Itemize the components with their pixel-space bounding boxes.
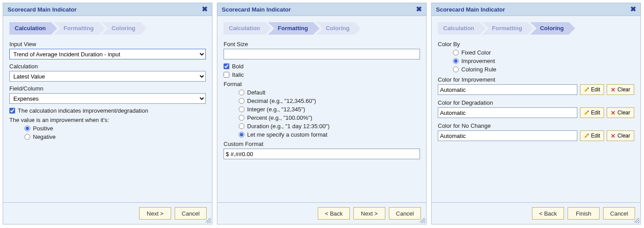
back-button[interactable]: < Back bbox=[532, 207, 564, 220]
wizard-steps: Calculation Formatting Coloring bbox=[9, 22, 206, 35]
label-improvement-when: The value is an improvement when it's: bbox=[9, 117, 206, 123]
step-formatting[interactable]: Formatting bbox=[482, 22, 528, 35]
clear-label: Clear bbox=[617, 86, 630, 93]
field-column-select[interactable]: Expenses bbox=[9, 93, 206, 104]
radio-format-percent[interactable] bbox=[239, 115, 244, 121]
radio-format-duration[interactable] bbox=[239, 123, 244, 129]
panel-header: Scorecard Main Indicator ✖ bbox=[432, 3, 640, 16]
edit-label: Edit bbox=[591, 86, 600, 93]
wizard-steps: Calculation Formatting Coloring bbox=[224, 22, 420, 35]
wizard-steps: Calculation Formatting Coloring bbox=[438, 22, 634, 35]
panel-footer: < Back Finish Cancel bbox=[432, 202, 640, 224]
panel-content: Calculation Formatting Coloring Input Vi… bbox=[3, 16, 212, 202]
radio-format-default[interactable] bbox=[239, 90, 244, 95]
cancel-button[interactable]: Cancel bbox=[389, 207, 421, 220]
label-font-size: Font Size bbox=[224, 41, 420, 47]
step-coloring[interactable]: Coloring bbox=[102, 22, 140, 35]
radio-format-integer[interactable] bbox=[239, 106, 244, 112]
resize-grip[interactable] bbox=[206, 218, 211, 223]
panel-title: Scorecard Main Indicator bbox=[8, 6, 76, 13]
panel-footer: < Back Next > Cancel bbox=[217, 202, 426, 224]
step-coloring[interactable]: Coloring bbox=[530, 22, 569, 35]
close-icon[interactable]: ✖ bbox=[630, 6, 636, 13]
label-input-view: Input View bbox=[9, 41, 206, 47]
panel-title: Scorecard Main Indicator bbox=[436, 6, 505, 13]
label-format: Format bbox=[224, 81, 420, 87]
custom-format-input[interactable] bbox=[224, 149, 420, 159]
panel-coloring: Scorecard Main Indicator ✖ Calculation F… bbox=[431, 3, 641, 224]
radio-fixed-color[interactable] bbox=[453, 50, 459, 55]
italic-checkbox[interactable] bbox=[224, 72, 229, 78]
panel-title: Scorecard Main Indicator bbox=[222, 6, 291, 13]
indicates-checkbox[interactable] bbox=[9, 108, 15, 114]
label-format-percent: Percent (e.g., "100.00%") bbox=[247, 114, 312, 121]
label-negative: Negative bbox=[33, 134, 56, 140]
finish-button[interactable]: Finish bbox=[568, 207, 600, 220]
label-custom-format: Custom Format bbox=[224, 141, 420, 147]
step-formatting[interactable]: Formatting bbox=[268, 22, 313, 35]
panel-header: Scorecard Main Indicator ✖ bbox=[3, 3, 212, 16]
label-color-improve: Color for Improvement bbox=[438, 76, 634, 83]
label-fixed-color: Fixed Color bbox=[461, 49, 491, 56]
label-format-default: Default bbox=[247, 89, 265, 96]
clear-color-degrade-button[interactable]: ✕ Clear bbox=[607, 107, 634, 118]
clear-color-improve-button[interactable]: ✕ Clear bbox=[607, 84, 634, 95]
label-format-integer: Integer (e.g., "12,345") bbox=[247, 106, 305, 113]
close-icon[interactable]: ✖ bbox=[416, 6, 422, 13]
step-calculation[interactable]: Calculation bbox=[224, 22, 265, 35]
panel-formatting: Scorecard Main Indicator ✖ Calculation F… bbox=[217, 3, 427, 224]
radio-negative[interactable] bbox=[24, 134, 30, 140]
next-button[interactable]: Next > bbox=[139, 207, 171, 220]
radio-positive[interactable] bbox=[24, 126, 30, 131]
cancel-button[interactable]: Cancel bbox=[175, 207, 207, 220]
input-view-select[interactable]: Trend of Average Incident Duration - inp… bbox=[9, 49, 206, 59]
resize-grip[interactable] bbox=[634, 218, 640, 223]
panel-content: Calculation Formatting Coloring Color By… bbox=[432, 16, 640, 202]
radio-improvement[interactable] bbox=[453, 58, 459, 64]
x-icon: ✕ bbox=[611, 110, 616, 116]
cancel-button[interactable]: Cancel bbox=[603, 207, 635, 220]
panel-footer: Next > Cancel bbox=[3, 202, 212, 224]
label-coloring-rule: Coloring Rule bbox=[461, 66, 496, 73]
back-button[interactable]: < Back bbox=[318, 207, 350, 220]
step-formatting[interactable]: Formatting bbox=[54, 22, 99, 35]
pencil-icon bbox=[584, 133, 589, 138]
clear-label: Clear bbox=[617, 133, 630, 139]
panel-content: Calculation Formatting Coloring Font Siz… bbox=[217, 16, 426, 202]
edit-color-nochange-button[interactable]: Edit bbox=[580, 130, 604, 141]
edit-label: Edit bbox=[591, 133, 600, 139]
edit-color-degrade-button[interactable]: Edit bbox=[580, 107, 604, 118]
step-coloring[interactable]: Coloring bbox=[316, 22, 355, 35]
next-button[interactable]: Next > bbox=[353, 207, 385, 220]
radio-format-decimal[interactable] bbox=[239, 98, 244, 104]
radio-format-custom[interactable] bbox=[239, 132, 244, 138]
edit-color-improve-button[interactable]: Edit bbox=[580, 84, 604, 95]
clear-label: Clear bbox=[617, 110, 630, 116]
step-calculation[interactable]: Calculation bbox=[438, 22, 480, 35]
close-icon[interactable]: ✖ bbox=[202, 6, 208, 13]
panel-header: Scorecard Main Indicator ✖ bbox=[217, 3, 426, 16]
edit-label: Edit bbox=[591, 110, 600, 116]
color-nochange-input[interactable] bbox=[438, 130, 577, 141]
step-calculation[interactable]: Calculation bbox=[9, 22, 51, 35]
label-field-column: Field/Column bbox=[9, 85, 206, 92]
x-icon: ✕ bbox=[611, 87, 616, 93]
panel-calculation: Scorecard Main Indicator ✖ Calculation F… bbox=[3, 3, 212, 224]
calculation-select[interactable]: Latest Value bbox=[9, 71, 206, 82]
resize-grip[interactable] bbox=[420, 218, 425, 223]
x-icon: ✕ bbox=[611, 133, 616, 139]
label-calculation: Calculation bbox=[9, 63, 206, 70]
color-improve-input[interactable] bbox=[438, 84, 577, 95]
label-indicates: The calculation indicates improvement/de… bbox=[18, 107, 148, 114]
pencil-icon bbox=[584, 110, 589, 115]
radio-coloring-rule[interactable] bbox=[453, 67, 459, 72]
pencil-icon bbox=[584, 87, 589, 92]
bold-checkbox[interactable] bbox=[224, 63, 229, 69]
label-format-decimal: Decimal (e.g., "12,345.60") bbox=[247, 98, 316, 104]
label-color-by: Color By bbox=[438, 41, 634, 47]
font-size-input[interactable] bbox=[224, 49, 420, 59]
clear-color-nochange-button[interactable]: ✕ Clear bbox=[607, 130, 634, 141]
color-degrade-input[interactable] bbox=[438, 107, 577, 118]
label-improvement: Improvement bbox=[461, 58, 495, 64]
label-format-custom: Let me specify a custom format bbox=[247, 131, 328, 138]
